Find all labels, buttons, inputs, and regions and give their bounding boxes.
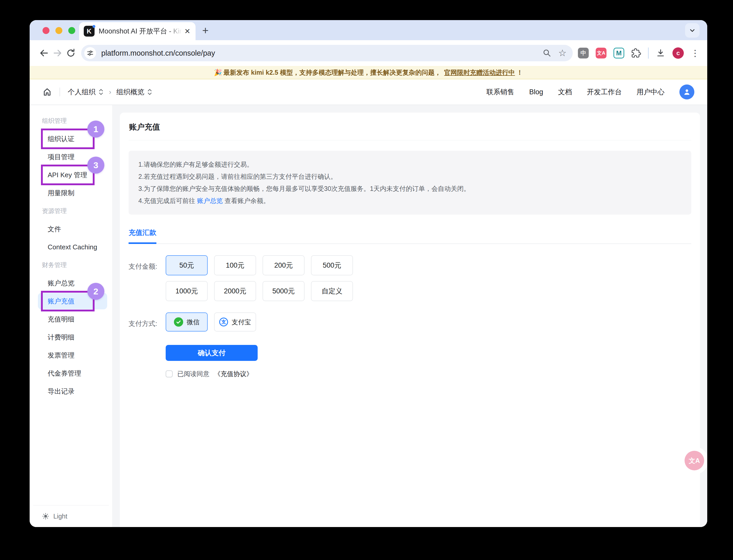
nav-contact-sales[interactable]: 联系销售 — [486, 87, 514, 97]
alipay-button[interactable]: 支 支付宝 — [214, 312, 256, 332]
breadcrumb-separator: › — [109, 88, 111, 96]
new-tab-button[interactable]: + — [202, 25, 209, 36]
alipay-icon: 支 — [219, 318, 228, 326]
reload-button[interactable] — [64, 46, 78, 60]
wechat-pay-button[interactable]: 微信 — [166, 312, 208, 332]
notice-line-2: 2.若充值过程遇到交易问题，请前往相应的第三方支付平台进行确认。 — [138, 171, 681, 183]
browser-toolbar: platform.moonshot.cn/console/pay ☆ 中 文A … — [30, 40, 707, 66]
zoom-page-button[interactable] — [542, 48, 552, 58]
wechat-label: 微信 — [187, 318, 200, 326]
minimize-window-button[interactable] — [55, 27, 62, 34]
home-button[interactable] — [43, 87, 52, 97]
amount-row: 支付金额: 50元 100元 200元 500元 1000元 2000元 500… — [129, 255, 691, 301]
site-settings-button[interactable] — [84, 47, 96, 59]
puzzle-icon — [631, 48, 641, 58]
title-divider — [129, 140, 691, 140]
theme-toggle[interactable]: Light — [30, 505, 112, 527]
nav-user-center[interactable]: 用户中心 — [637, 87, 664, 97]
page-title: 账户充值 — [129, 113, 691, 140]
extensions-puzzle-button[interactable] — [631, 48, 641, 58]
downloads-button[interactable] — [656, 48, 665, 58]
url-text[interactable]: platform.moonshot.cn/console/pay — [101, 49, 536, 57]
forward-arrow-icon — [52, 48, 63, 58]
notice-line-4: 4.充值完成后可前往 账户总览 查看账户余额。 — [138, 195, 681, 207]
recharge-form: 支付金额: 50元 100元 200元 500元 1000元 2000元 500… — [129, 255, 691, 378]
sidebar-item-quota[interactable]: 用量限制 — [30, 184, 112, 202]
back-arrow-icon — [39, 48, 49, 58]
amount-options: 50元 100元 200元 500元 1000元 2000元 5000元 自定义 — [166, 255, 353, 301]
party-emoji-icon: 🎉 — [214, 69, 222, 76]
amount-1000-button[interactable]: 1000元 — [166, 281, 208, 301]
theme-toggle-label: Light — [53, 513, 67, 520]
back-button[interactable] — [37, 46, 51, 60]
promo-banner: 🎉 最新发布 kimi k2.5 模型，支持多模态理解与处理，擅长解决更复杂的问… — [30, 66, 707, 79]
breadcrumb-org-label: 个人组织 — [68, 87, 96, 97]
annotation-badge-1: 1 — [87, 121, 104, 138]
address-bar[interactable]: platform.moonshot.cn/console/pay ☆ — [81, 45, 573, 61]
amount-50-button[interactable]: 50元 — [166, 255, 208, 275]
window-controls — [43, 27, 75, 34]
method-options: 微信 支 支付宝 — [166, 312, 256, 332]
notice-box: 1.请确保您的账户有足够金额进行交易。 2.若充值过程遇到交易问题，请前往相应的… — [129, 151, 691, 215]
amount-2000-button[interactable]: 2000元 — [214, 281, 256, 301]
breadcrumb-org-selector[interactable]: 个人组织 — [68, 87, 104, 97]
translate-icon: 文A — [689, 456, 700, 465]
tab-recharge-remit[interactable]: 充值汇款 — [129, 228, 156, 244]
sidebar-item-invoice[interactable]: 发票管理 — [30, 346, 112, 364]
notice-line-1: 1.请确保您的账户有足够金额进行交易。 — [138, 158, 681, 171]
browser-menu-button[interactable]: ⋮ — [691, 48, 700, 58]
nav-blog[interactable]: Blog — [529, 88, 543, 96]
close-window-button[interactable] — [43, 27, 49, 34]
agreement-row: 已阅读同意 《充值协议》 — [166, 370, 691, 378]
sidebar-item-recharge-detail[interactable]: 充值明细 — [30, 310, 112, 328]
banner-suffix: ！ — [517, 68, 523, 77]
sidebar-item-org-auth[interactable]: 组织认证 1 — [30, 130, 112, 148]
translate-extension-icon[interactable]: 文A — [596, 48, 606, 58]
notice-line-3: 3.为了保障您的账户安全与充值体验的顺畅，您每月最多可以享受30次充值服务。1天… — [138, 183, 681, 195]
header-nav: 联系销售 Blog 文档 开发工作台 用户中心 — [486, 84, 694, 99]
breadcrumb-page-label: 组织概览 — [116, 87, 144, 97]
tab-close-icon[interactable]: ✕ — [184, 27, 190, 36]
annotation-badge-3: 3 — [87, 157, 104, 174]
amount-200-button[interactable]: 200元 — [263, 255, 305, 275]
tab-search-button[interactable] — [685, 23, 700, 38]
selector-updown-icon — [98, 88, 104, 96]
breadcrumb-page-selector[interactable]: 组织概览 — [116, 87, 153, 97]
nav-docs[interactable]: 文档 — [558, 87, 572, 97]
amount-custom-button[interactable]: 自定义 — [311, 281, 353, 301]
forward-button[interactable] — [51, 46, 64, 60]
amount-5000-button[interactable]: 5000元 — [263, 281, 305, 301]
account-overview-link[interactable]: 账户总览 — [197, 197, 223, 204]
sidebar-section-resources: 资源管理 — [30, 202, 112, 220]
alipay-label: 支付宝 — [232, 318, 251, 326]
recharge-agreement-link[interactable]: 《充值协议》 — [214, 370, 253, 378]
banner-promo-link[interactable]: 官网限时充赠活动进行中 — [444, 68, 515, 77]
selector-updown-icon — [147, 88, 153, 96]
sidebar-item-billing-detail[interactable]: 计费明细 — [30, 328, 112, 346]
browser-profile-avatar[interactable]: c — [672, 47, 684, 59]
nav-dev-workbench[interactable]: 开发工作台 — [587, 87, 622, 97]
sidebar-item-export[interactable]: 导出记录 — [30, 382, 112, 400]
sidebar-item-voucher[interactable]: 代金券管理 — [30, 364, 112, 382]
m-extension-icon[interactable]: M — [613, 48, 624, 58]
sidebar-item-files[interactable]: 文件 — [30, 220, 112, 238]
home-icon — [43, 87, 52, 97]
bookmark-star-icon[interactable]: ☆ — [558, 48, 567, 58]
maximize-window-button[interactable] — [68, 27, 75, 34]
app-header: 个人组织 › 组织概览 联系销售 Blog 文档 开发工作台 用户中心 — [30, 79, 707, 105]
sidebar-item-account-recharge[interactable]: 账户充值 2 — [30, 292, 112, 310]
tab-strip: K Moonshot AI 开放平台 - Kimi 大 ✕ + — [30, 20, 707, 40]
amount-500-button[interactable]: 500元 — [311, 255, 353, 275]
agreement-checkbox[interactable] — [166, 370, 173, 377]
header-divider — [60, 88, 60, 96]
floating-translate-button[interactable]: 文A — [685, 451, 704, 470]
user-avatar[interactable] — [679, 84, 694, 99]
sidebar-item-context-caching[interactable]: Context Caching — [30, 238, 112, 256]
recharge-card: 账户充值 1.请确保您的账户有足够金额进行交易。 2.若充值过程遇到交易问题，请… — [120, 113, 700, 527]
sidebar-item-apikey[interactable]: API Key 管理 3 — [30, 166, 112, 184]
amount-100-button[interactable]: 100元 — [214, 255, 256, 275]
browser-tab[interactable]: K Moonshot AI 开放平台 - Kimi 大 ✕ — [79, 22, 196, 40]
agreement-text: 已阅读同意 — [177, 370, 209, 378]
chinese-extension-icon[interactable]: 中 — [578, 48, 589, 58]
confirm-pay-button[interactable]: 确认支付 — [166, 345, 258, 361]
